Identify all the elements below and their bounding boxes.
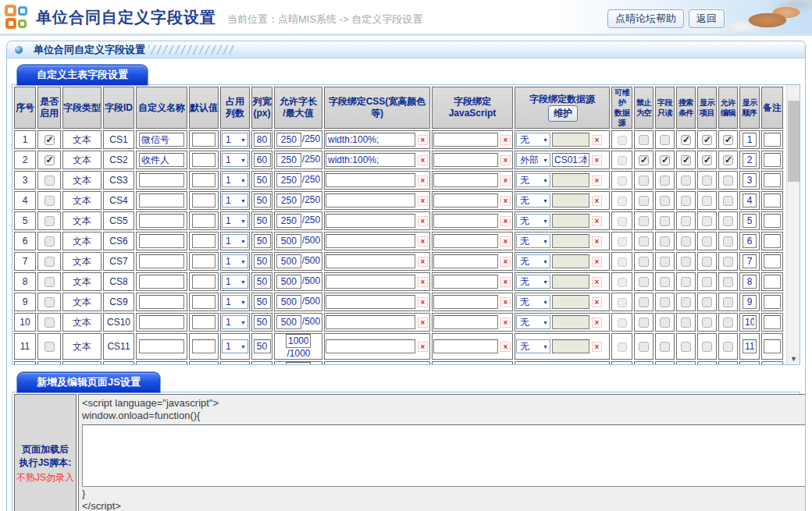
- column-count-select[interactable]: 1▼: [222, 173, 248, 187]
- js-input[interactable]: [433, 193, 498, 208]
- search-condition-checkbox[interactable]: [681, 196, 691, 206]
- col-width-input[interactable]: [254, 133, 271, 147]
- custom-name-input[interactable]: [139, 315, 184, 329]
- search-condition-checkbox[interactable]: [681, 155, 691, 165]
- custom-name-input[interactable]: [139, 339, 184, 353]
- col-width-input[interactable]: [254, 173, 271, 187]
- display-item-checkbox[interactable]: [702, 135, 712, 145]
- datasource-value-input[interactable]: [552, 339, 589, 353]
- search-condition-checkbox[interactable]: [681, 135, 691, 145]
- allow-edit-checkbox[interactable]: [723, 135, 733, 145]
- datasource-value-input[interactable]: [552, 193, 589, 208]
- col-width-input[interactable]: [254, 193, 271, 208]
- default-value-input[interactable]: [192, 315, 215, 329]
- clear-icon[interactable]: ×: [500, 277, 511, 287]
- display-item-checkbox[interactable]: [702, 318, 712, 328]
- max-length-input[interactable]: [276, 193, 301, 208]
- note-input[interactable]: [764, 234, 781, 248]
- js-input[interactable]: [433, 295, 498, 309]
- tab-main-fields[interactable]: 自定义主表字段设置: [17, 65, 148, 85]
- datasource-select[interactable]: 无▼: [516, 275, 550, 289]
- display-item-checkbox[interactable]: [702, 155, 712, 165]
- datasource-select[interactable]: 无▼: [516, 315, 550, 329]
- clear-icon[interactable]: ×: [592, 216, 602, 226]
- enabled-checkbox[interactable]: [45, 236, 55, 247]
- onload-js-textarea[interactable]: [82, 424, 806, 487]
- scrollbar-down-arrow[interactable]: ▼: [787, 355, 800, 363]
- search-condition-checkbox[interactable]: [681, 176, 691, 186]
- note-input[interactable]: [764, 153, 781, 167]
- max-length-input[interactable]: [286, 362, 311, 364]
- clear-icon[interactable]: ×: [592, 236, 602, 247]
- clear-icon[interactable]: ×: [500, 318, 511, 328]
- col-width-input[interactable]: [254, 315, 271, 329]
- display-item-checkbox[interactable]: [702, 176, 712, 186]
- not-null-checkbox[interactable]: [639, 297, 649, 307]
- default-value-input[interactable]: [192, 153, 215, 167]
- search-condition-checkbox[interactable]: [681, 236, 691, 247]
- not-null-checkbox[interactable]: [639, 216, 649, 226]
- enabled-checkbox[interactable]: [45, 155, 55, 165]
- datasource-select[interactable]: 无▼: [516, 133, 550, 147]
- not-null-checkbox[interactable]: [639, 176, 649, 186]
- default-value-input[interactable]: [192, 339, 215, 353]
- css-input[interactable]: [326, 153, 415, 167]
- allow-edit-checkbox[interactable]: [723, 236, 733, 247]
- default-value-input[interactable]: [192, 254, 215, 268]
- col-width-input[interactable]: [254, 153, 271, 167]
- scrollbar-thumb[interactable]: [788, 101, 800, 182]
- datasource-select[interactable]: 无▼: [516, 254, 550, 268]
- clear-icon[interactable]: ×: [500, 342, 511, 352]
- max-length-input[interactable]: [276, 153, 301, 167]
- column-count-select[interactable]: 1▼: [222, 315, 248, 329]
- custom-name-input[interactable]: [139, 275, 184, 289]
- custom-name-input[interactable]: [139, 234, 184, 248]
- note-input[interactable]: [764, 315, 781, 329]
- datasource-value-input[interactable]: [552, 254, 589, 268]
- allow-edit-checkbox[interactable]: [723, 196, 733, 206]
- forum-help-button[interactable]: 点晴论坛帮助: [607, 9, 684, 28]
- clear-icon[interactable]: ×: [592, 277, 602, 287]
- note-input[interactable]: [764, 295, 781, 309]
- clear-icon[interactable]: ×: [592, 155, 602, 165]
- datasource-value-input[interactable]: [552, 295, 589, 309]
- clear-icon[interactable]: ×: [592, 257, 602, 267]
- clear-icon[interactable]: ×: [418, 155, 428, 165]
- column-count-select[interactable]: 1▼: [222, 193, 248, 208]
- not-null-checkbox[interactable]: [639, 277, 649, 287]
- default-value-input[interactable]: [192, 295, 215, 309]
- max-length-input[interactable]: [276, 275, 301, 289]
- datasource-select[interactable]: 无▼: [516, 173, 550, 187]
- datasource-value-input[interactable]: [552, 214, 589, 228]
- enabled-checkbox[interactable]: [45, 135, 55, 145]
- clear-icon[interactable]: ×: [592, 135, 602, 145]
- default-value-input[interactable]: [192, 193, 215, 208]
- enabled-checkbox[interactable]: [45, 277, 55, 287]
- css-input[interactable]: [326, 275, 415, 289]
- allow-edit-checkbox[interactable]: [723, 277, 733, 287]
- column-count-select[interactable]: 1▼: [222, 295, 248, 309]
- datasource-select[interactable]: 无▼: [516, 214, 550, 228]
- display-order-input[interactable]: [743, 173, 757, 187]
- note-input[interactable]: [764, 133, 781, 147]
- clear-icon[interactable]: ×: [500, 297, 511, 307]
- clear-icon[interactable]: ×: [592, 196, 602, 206]
- clear-icon[interactable]: ×: [418, 236, 428, 247]
- custom-name-input[interactable]: [139, 173, 184, 187]
- note-input[interactable]: [764, 254, 781, 268]
- clear-icon[interactable]: ×: [500, 155, 511, 165]
- col-width-input[interactable]: [254, 295, 271, 309]
- js-input[interactable]: [433, 254, 498, 268]
- enabled-checkbox[interactable]: [45, 342, 55, 352]
- display-order-input[interactable]: [743, 275, 757, 289]
- display-order-input[interactable]: [743, 339, 757, 353]
- display-item-checkbox[interactable]: [702, 342, 712, 352]
- default-value-input[interactable]: [192, 234, 215, 248]
- col-width-input[interactable]: [254, 214, 271, 228]
- max-length-input[interactable]: [276, 234, 301, 248]
- max-length-input[interactable]: [276, 315, 301, 329]
- clear-icon[interactable]: ×: [592, 342, 602, 352]
- display-order-input[interactable]: [743, 254, 757, 268]
- clear-icon[interactable]: ×: [418, 257, 428, 267]
- readonly-checkbox[interactable]: [660, 135, 670, 145]
